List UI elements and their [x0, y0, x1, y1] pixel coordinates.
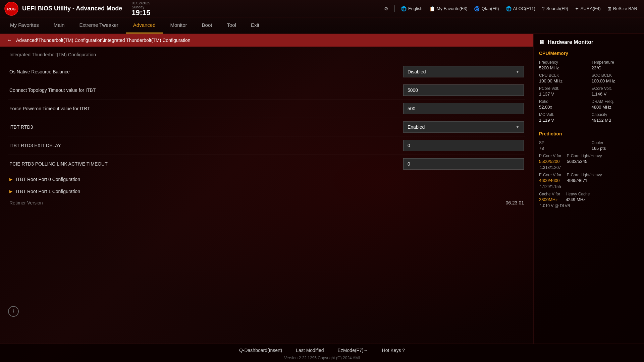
hw-heavy-cache: Heavy Cache 4249 MHz [566, 192, 590, 202]
info-icon[interactable]: i [8, 306, 19, 317]
toolbar-resizebar[interactable]: ⊞ ReSize BAR [605, 5, 640, 13]
setting-label-itbt-rtd3-exit: ITBT RTD3 EXIT DELAY [9, 143, 403, 148]
nav-main[interactable]: Main [46, 17, 72, 34]
setting-row-pcie-rtd3: PCIE RTD3 POLLING LINK ACTIVE TIMEOUT 0 [8, 155, 525, 173]
setting-control-itbt-rtd3[interactable]: Enabled ▼ [403, 121, 524, 133]
toolbar-myfavorite[interactable]: 📋 My Favorite(F3) [427, 5, 470, 13]
nav-boot[interactable]: Boot [195, 17, 220, 34]
chevron-down-icon: ▼ [516, 69, 520, 74]
hw-pcore-v-val: 1.313/1.207 [539, 165, 639, 170]
back-button[interactable]: ← [7, 37, 12, 43]
hw-monitor-title: 🖥 Hardware Monitor [539, 39, 639, 45]
setting-row-itbt-rtd3: ITBT RTD3 Enabled ▼ [8, 118, 525, 136]
aura-icon: ✦ [575, 6, 579, 11]
hw-capacity: Capacity 49152 MB [592, 112, 639, 123]
hw-ecore-volt: ECore Volt. 1.146 V [592, 86, 639, 97]
hw-pcore-lightheavy: P-Core Light/Heavy 5633/5345 [567, 154, 602, 164]
nav-extreme-tweaker[interactable]: Extreme Tweaker [72, 17, 125, 34]
toolbar-aura[interactable]: ✦ AURA(F4) [572, 5, 603, 13]
hw-soc-bclk: SOC BCLK 100.00 MHz [592, 73, 639, 83]
date-display: 01/12/2025 Sunday [132, 1, 150, 9]
expandable-root-port-1[interactable]: ▶ ITBT Root Port 1 Configuration [8, 185, 525, 197]
breadcrumb-bar: ← Advanced\Thunderbolt(TM) Configuration… [0, 34, 533, 47]
retimer-label: Retimer Version [9, 200, 506, 205]
setting-label-force-poweron: Force Poweron Timeout value for ITBT [9, 106, 403, 111]
header-toolbar: ⚙ 🌐 English 📋 My Favorite(F3) 🌀 Qfan(F6)… [381, 5, 640, 13]
ai-icon: 🌐 [506, 6, 512, 11]
gear-icon: ⚙ [384, 6, 388, 11]
hw-dram-freq: DRAM Freq. 4800 MHz [592, 99, 639, 110]
content-area: ← Advanced\Thunderbolt(TM) Configuration… [0, 34, 533, 344]
nav-exit[interactable]: Exit [244, 17, 267, 34]
monitor-icon: 🖥 [539, 39, 544, 45]
input-force-poweron[interactable]: 500 [403, 103, 524, 114]
settings-content: Integrated Thunderbolt(TM) Configuration… [0, 47, 533, 214]
logo-area: ROG UEFI BIOS Utility - Advanced Mode [4, 1, 122, 16]
dropdown-os-native[interactable]: Disabled ▼ [403, 66, 524, 77]
nav-tool[interactable]: Tool [219, 17, 244, 34]
hw-monitor-panel: 🖥 Hardware Monitor CPU/Memory Frequency … [533, 34, 644, 344]
header: ROG UEFI BIOS Utility - Advanced Mode 01… [0, 0, 644, 34]
setting-label-pcie-rtd3: PCIE RTD3 POLLING LINK ACTIVE TIMEOUT [9, 161, 403, 167]
setting-control-connect-timeout: 5000 [403, 84, 524, 96]
hw-ratio: Ratio 52.00x [539, 99, 586, 110]
prediction-grid: SP 78 Cooler 165 pts [539, 140, 639, 151]
footer-version: Version 2.22.1295 Copyright (C) 2024 AMI [284, 356, 360, 360]
hw-ecore-lightheavy: E-Core Light/Heavy 4965/4671 [567, 173, 602, 183]
chevron-down-icon-2: ▼ [516, 125, 520, 129]
footer-buttons: Q-Dashboard(Insert) Last Modified EzMode… [232, 346, 412, 354]
setting-control-os-native[interactable]: Disabled ▼ [403, 66, 524, 77]
cache-row-1: Cache V for 3800MHz Heavy Cache 4249 MHz [539, 192, 639, 202]
datetime-area: 01/12/2025 Sunday 19:15 [127, 1, 154, 16]
hw-frequency: Frequency 5200 MHz [539, 60, 586, 70]
hw-mc-volt: MC Volt. 1.119 V [539, 112, 586, 123]
nav-favorites[interactable]: My Favorites [3, 17, 46, 34]
toolbar-aioc[interactable]: 🌐 AI OC(F11) [503, 5, 538, 13]
nav-monitor[interactable]: Monitor [163, 17, 195, 34]
svg-text:ROG: ROG [7, 7, 15, 11]
hotkeys-button[interactable]: Hot Keys ? [375, 346, 412, 354]
dropdown-itbt-rtd3[interactable]: Enabled ▼ [403, 121, 524, 133]
input-itbt-rtd3-exit[interactable]: 0 [403, 140, 524, 151]
hw-temperature: Temperature 23°C [592, 60, 639, 70]
qdashboard-button[interactable]: Q-Dashboard(Insert) [232, 346, 289, 354]
expandable-root-port-0[interactable]: ▶ ITBT Root Port 0 Configuration [8, 173, 525, 185]
expand-icon-1: ▶ [9, 189, 12, 194]
ezmode-button[interactable]: EzMode(F7)→ [331, 346, 375, 354]
nav-advanced[interactable]: Advanced [126, 17, 163, 34]
toolbar-search[interactable]: ? Search(F9) [539, 5, 571, 13]
resize-icon: ⊞ [607, 6, 611, 11]
last-modified-button[interactable]: Last Modified [289, 346, 331, 354]
hw-cache-v-val: 1.010 V @ DLVR [539, 203, 639, 208]
setting-row-os-native: Os Native Resource Balance Disabled ▼ [8, 63, 525, 81]
input-connect-timeout[interactable]: 5000 [403, 84, 524, 96]
retimer-value: 06.23.01 [506, 200, 524, 205]
toolbar-qfan[interactable]: 🌀 Qfan(F6) [471, 5, 501, 13]
hw-cache-v-for: Cache V for 3800MHz [539, 192, 560, 202]
retimer-row: Retimer Version 06.23.01 [8, 197, 525, 208]
app-title: UEFI BIOS Utility - Advanced Mode [22, 5, 122, 12]
setting-row-itbt-rtd3-exit: ITBT RTD3 EXIT DELAY 0 [8, 136, 525, 155]
fan-icon: 🌀 [474, 6, 480, 11]
input-pcie-rtd3[interactable]: 0 [403, 158, 524, 170]
setting-row-force-poweron: Force Poweron Timeout value for ITBT 500 [8, 100, 525, 118]
hw-sp: SP 78 [539, 140, 586, 151]
footer: Q-Dashboard(Insert) Last Modified EzMode… [0, 344, 644, 362]
hw-ecore-v-val: 1.129/1.155 [539, 184, 639, 189]
settings-button[interactable]: ⚙ [381, 5, 391, 13]
cpu-memory-grid: Frequency 5200 MHz Temperature 23°C CPU … [539, 60, 639, 123]
main-layout: ← Advanced\Thunderbolt(TM) Configuration… [0, 34, 644, 344]
hw-cpu-bclk: CPU BCLK 100.00 MHz [539, 73, 586, 83]
time-display: 19:15 [131, 9, 150, 16]
globe-icon: 🌐 [401, 6, 407, 11]
favorite-icon: 📋 [429, 6, 435, 11]
section-title: Integrated Thunderbolt(TM) Configuration [8, 52, 525, 57]
toolbar-divider-2 [394, 5, 395, 12]
setting-label-connect-timeout: Connect Topology Timeout value for ITBT [9, 87, 403, 93]
pcore-row-1: P-Core V for 5500/5200 P-Core Light/Heav… [539, 154, 639, 164]
question-icon: ? [542, 6, 545, 11]
cpu-memory-section-title: CPU/Memory [539, 51, 639, 56]
toolbar-divider-1 [162, 5, 162, 12]
setting-control-force-poweron: 500 [403, 103, 524, 114]
toolbar-english[interactable]: 🌐 English [398, 5, 425, 13]
